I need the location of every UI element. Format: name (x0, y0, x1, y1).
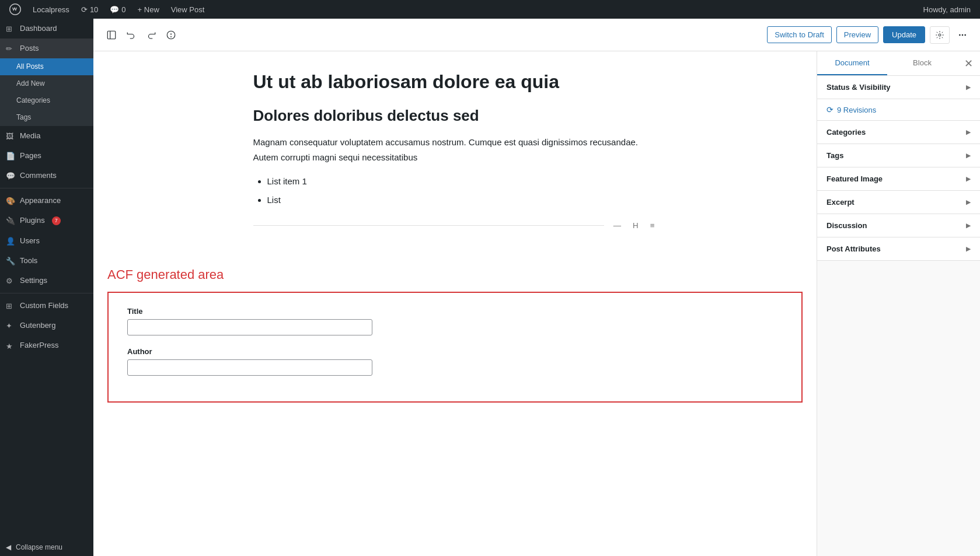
post-paragraph[interactable]: Magnam consequatur voluptatem accusamus … (253, 135, 657, 165)
adminbar-updates[interactable]: ⟳ 10 (76, 0, 103, 19)
chevron-right-icon: ▶ (966, 199, 971, 205)
section-excerpt: Excerpt ▶ (817, 191, 980, 214)
sidebar-item-label: Gutenberg (20, 320, 55, 331)
sidebar-item-label: Dashboard (20, 23, 57, 34)
section-post-attributes: Post Attributes ▶ (817, 237, 980, 261)
sidebar-item-all-posts[interactable]: All Posts (0, 58, 93, 75)
chevron-right-icon: ▶ (966, 129, 971, 135)
list-item[interactable]: List item 1 (267, 174, 657, 189)
sidebar-item-comments[interactable]: 💬 Comments (0, 166, 93, 186)
more-options-button[interactable] (954, 27, 971, 43)
preview-button[interactable]: Preview (836, 26, 878, 43)
collapse-icon: ◀ (6, 543, 11, 551)
chevron-right-icon: ▶ (966, 176, 971, 182)
toolbar-undo-button[interactable] (123, 26, 140, 44)
acf-field-author: Author (127, 347, 783, 376)
acf-title-input[interactable] (127, 319, 372, 335)
tab-document[interactable]: Document (817, 51, 887, 75)
editor-area: Switch to Draft Preview Update (93, 19, 980, 556)
sidebar-item-settings[interactable]: ⚙ Settings (0, 271, 93, 291)
discussion-header[interactable]: Discussion ▶ (817, 214, 980, 237)
sidebar-item-label: Plugins (20, 215, 45, 226)
adminbar-howdy: Howdy, admin (919, 5, 975, 14)
media-icon: 🖼 (6, 131, 15, 141)
right-panel: Document Block ✕ Status & Visibility ▶ (817, 51, 980, 556)
sidebar-item-tags[interactable]: Tags (0, 109, 93, 126)
panel-close-button[interactable]: ✕ (957, 53, 980, 75)
history-icon: ⟳ (826, 105, 833, 114)
sidebar-item-label: Categories (16, 96, 50, 106)
post-title[interactable]: Ut ut ab laboriosam dolore ea quia (253, 70, 657, 95)
sidebar-item-label: Media (20, 131, 40, 141)
plugins-icon: 🔌 (6, 216, 15, 225)
adminbar-new[interactable]: + New (133, 0, 164, 19)
fakerpress-icon: ★ (6, 341, 15, 351)
status-visibility-header[interactable]: Status & Visibility ▶ (817, 76, 980, 99)
adminbar-wp-logo[interactable] (5, 0, 26, 19)
featured-image-header[interactable]: Featured Image ▶ (817, 167, 980, 190)
acf-form-box: Title Author (107, 292, 803, 403)
excerpt-header[interactable]: Excerpt ▶ (817, 191, 980, 214)
sidebar-item-custom-fields[interactable]: ⊞ Custom Fields (0, 296, 93, 316)
sidebar-item-categories[interactable]: Categories (0, 92, 93, 109)
adminbar-site-name[interactable]: Localpress (28, 0, 74, 19)
inserter-heading-button[interactable]: H (630, 219, 641, 232)
svg-point-4 (171, 36, 172, 37)
gear-icon (935, 30, 944, 40)
sidebar-item-plugins[interactable]: 🔌 Plugins 7 (0, 211, 93, 230)
sidebar-item-posts[interactable]: ✏ Posts (0, 39, 93, 58)
sidebar-item-gutenberg[interactable]: ✦ Gutenberg (0, 316, 93, 335)
chevron-right-icon: ▶ (966, 222, 971, 229)
settings-button[interactable] (930, 26, 950, 44)
chevron-right-icon: ▶ (966, 84, 971, 90)
tags-header[interactable]: Tags ▶ (817, 144, 980, 167)
post-attributes-header[interactable]: Post Attributes ▶ (817, 237, 980, 260)
chevron-right-icon: ▶ (966, 152, 971, 159)
inserter-line (253, 225, 604, 226)
sidebar-item-appearance[interactable]: 🎨 Appearance (0, 191, 93, 211)
switch-to-draft-button[interactable]: Switch to Draft (767, 26, 832, 43)
sidebar-item-label: FakerPress (20, 340, 58, 351)
custom-fields-icon: ⊞ (6, 301, 15, 310)
sidebar-item-tools[interactable]: 🔧 Tools (0, 251, 93, 271)
sidebar-item-fakerpress[interactable]: ★ FakerPress (0, 335, 93, 355)
adminbar-view-post[interactable]: View Post (166, 0, 210, 19)
list-item[interactable]: List (267, 193, 657, 208)
undo-icon (126, 30, 137, 40)
sidebar-item-label: Custom Fields (20, 300, 68, 311)
sidebar-item-pages[interactable]: 📄 Pages (0, 146, 93, 166)
sidebar-item-dashboard[interactable]: ⊞ Dashboard (0, 19, 93, 39)
section-revisions: ⟳ 9 Revisions (817, 99, 980, 121)
acf-area: ACF generated area Title Author (93, 244, 817, 435)
post-list: List item 1 List (253, 174, 657, 207)
sidebar-item-users[interactable]: 👤 Users (0, 231, 93, 251)
sidebar-separator-2 (0, 293, 93, 293)
chevron-right-icon: ▶ (966, 246, 971, 252)
revisions-row[interactable]: ⟳ 9 Revisions (817, 99, 980, 120)
section-featured-image: Featured Image ▶ (817, 167, 980, 191)
settings-icon: ⚙ (6, 276, 15, 285)
collapse-label: Collapse menu (16, 543, 62, 551)
collapse-menu-button[interactable]: ◀ Collapse menu (0, 538, 93, 556)
tab-block[interactable]: Block (887, 51, 957, 75)
update-button[interactable]: Update (883, 26, 925, 43)
toolbar-info-button[interactable] (162, 26, 180, 44)
toolbar-toggle-sidebar-button[interactable] (103, 26, 120, 44)
post-heading[interactable]: Dolores doloribus delectus sed (253, 106, 657, 126)
dashboard-icon: ⊞ (6, 24, 15, 33)
appearance-icon: 🎨 (6, 196, 15, 205)
categories-header[interactable]: Categories ▶ (817, 121, 980, 144)
sidebar-item-label: Posts (20, 43, 39, 54)
adminbar-comments[interactable]: 💬 0 (105, 0, 130, 19)
inserter-list-button[interactable]: ≡ (648, 219, 657, 232)
sidebar-item-label: Tools (20, 256, 37, 266)
sidebar-item-label: Settings (20, 275, 47, 286)
acf-label: ACF generated area (107, 267, 803, 282)
sidebar-item-label: Appearance (20, 195, 61, 206)
acf-author-input[interactable] (127, 359, 372, 376)
sidebar-item-media[interactable]: 🖼 Media (0, 126, 93, 146)
inserter-minus-button[interactable]: — (611, 219, 623, 232)
toolbar-redo-button[interactable] (142, 26, 160, 44)
sidebar-item-add-new[interactable]: Add New (0, 75, 93, 92)
gutenberg-icon: ✦ (6, 321, 15, 330)
